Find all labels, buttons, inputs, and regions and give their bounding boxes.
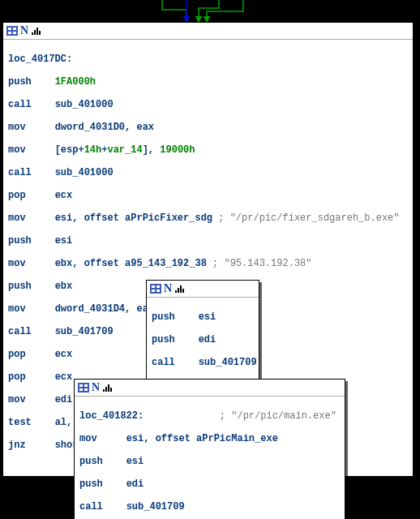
svg-rect-6 (34, 30, 36, 35)
svg-rect-2 (13, 28, 16, 30)
svg-rect-11 (156, 285, 160, 288)
svg-rect-16 (180, 285, 182, 293)
bars-icon (31, 26, 42, 36)
svg-rect-13 (156, 290, 160, 292)
svg-rect-24 (105, 387, 107, 392)
n-icon: N (92, 381, 100, 394)
node-header: N (75, 380, 345, 397)
svg-rect-3 (8, 32, 11, 34)
svg-rect-25 (108, 384, 109, 392)
svg-rect-21 (79, 388, 83, 391)
svg-rect-15 (178, 288, 179, 293)
node-header: N (147, 281, 259, 298)
svg-rect-23 (103, 389, 105, 392)
svg-rect-0 (6, 26, 18, 36)
svg-rect-26 (110, 388, 112, 392)
grid-icon (6, 26, 18, 36)
block-label: loc_4017DC: (8, 54, 72, 65)
grid-icon (150, 284, 161, 294)
svg-rect-4 (13, 32, 16, 34)
node-header: N (3, 23, 413, 40)
disasm-node-401822[interactable]: N loc_401822: ; "/pr/pic/main.exe" mov e… (74, 379, 345, 519)
svg-rect-18 (78, 383, 89, 392)
grid-icon (78, 383, 89, 392)
svg-rect-10 (152, 285, 155, 288)
n-icon: N (164, 282, 172, 295)
svg-rect-1 (8, 28, 11, 30)
bars-icon (174, 284, 186, 294)
node-body: loc_401822: ; "/pr/pic/main.exe" mov esi… (75, 397, 345, 519)
svg-rect-17 (182, 289, 184, 293)
svg-rect-22 (84, 388, 88, 391)
svg-rect-12 (152, 290, 155, 292)
svg-rect-5 (32, 32, 33, 35)
block-label: loc_401822: (79, 410, 144, 422)
svg-rect-19 (79, 384, 83, 387)
svg-rect-14 (175, 290, 177, 293)
svg-rect-9 (150, 284, 161, 294)
svg-rect-20 (84, 384, 88, 387)
bars-icon (102, 383, 114, 392)
svg-rect-7 (36, 28, 38, 35)
svg-rect-8 (39, 31, 41, 35)
n-icon: N (20, 24, 28, 37)
